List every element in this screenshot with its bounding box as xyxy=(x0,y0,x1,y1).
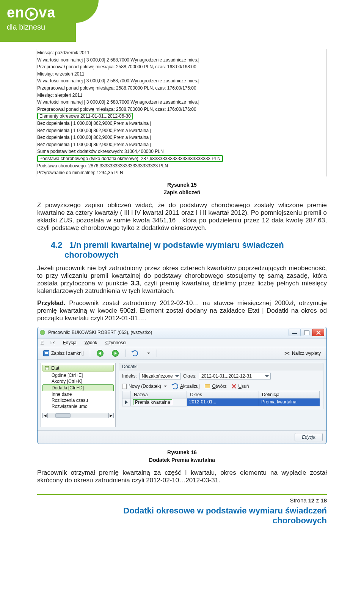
minimize-button[interactable] xyxy=(289,329,301,336)
maximize-button[interactable] xyxy=(300,329,312,336)
scroll-thumb[interactable] xyxy=(55,413,71,418)
play-icon xyxy=(25,8,38,20)
window-screenshot: Pracownik: BUKOWSKI ROBERT (063), (wszys… xyxy=(37,327,327,444)
menu-edit[interactable]: Edycja xyxy=(63,340,77,345)
p2-ref: 3.3 xyxy=(131,280,140,287)
refresh-list-button[interactable]: Aktualizuj xyxy=(172,383,199,389)
dropdown-button[interactable] xyxy=(144,351,153,355)
refresh-label: Aktualizuj xyxy=(180,384,199,389)
new-button-label: Nowy (Dodatek) xyxy=(129,384,161,389)
computation-log: Miesiąc: październik 2011 W wartości nom… xyxy=(37,49,327,176)
log-edge xyxy=(36,49,37,176)
page-label: Strona xyxy=(290,497,308,504)
save-icon xyxy=(43,350,49,356)
scroll-track[interactable] xyxy=(48,413,108,418)
open-label: Otwórz xyxy=(212,384,226,389)
log-line: W wartości nominalnej | 3 000,00| 2 588,… xyxy=(37,99,323,106)
refresh-button[interactable] xyxy=(129,349,141,357)
grid-row[interactable]: Premia kwartalna 2012-01-01... Premia kw… xyxy=(122,398,320,406)
log-line: Przepracował ponad połowę miesiąca: 2588… xyxy=(37,85,323,92)
figure16-title: Dodatek Premia kwartalna xyxy=(37,457,327,463)
index-select[interactable]: Niezakończone xyxy=(139,373,181,379)
index-label: Indeks: xyxy=(122,373,137,379)
new-button[interactable]: Nowy (Dodatek) xyxy=(122,384,167,389)
tree-scrollbar[interactable]: ◄ ► xyxy=(42,412,114,418)
menu-file[interactable]: Plik xyxy=(41,340,55,345)
section-number: 4.2 xyxy=(51,240,63,250)
menu-actions[interactable]: Czynności xyxy=(105,340,126,345)
grid-header-period[interactable]: Okres xyxy=(187,391,259,398)
nav-back-button[interactable] xyxy=(94,349,106,358)
scroll-right-icon[interactable]: ► xyxy=(108,413,114,418)
log-line: Suma podstaw bez dodatków okresowych: 31… xyxy=(37,148,323,155)
details-panel: Dodatki Indeks: Niezakończone Okres: 201… xyxy=(119,363,323,427)
list-toolbar: Nowy (Dodatek) Aktualizuj Otwórz Usuń xyxy=(122,382,320,391)
period-label: Okres: xyxy=(183,373,196,379)
close-button[interactable] xyxy=(312,329,324,336)
log-line: Bez dopełnienia | 1 000,00| 862,9000|Pre… xyxy=(37,141,323,148)
grid-header-pointer xyxy=(122,391,131,398)
paragraph-3: Przykład. Pracownik został zatrudniony 2… xyxy=(37,299,327,322)
section-heading-4-2: 4.21/n premii kwartalnej w podstawie wym… xyxy=(51,240,327,260)
window-icon xyxy=(40,330,45,335)
doc-title: Dodatki okresowe w podstawie wymiaru świ… xyxy=(37,506,327,526)
brand-banner: enva dla biznesu xyxy=(0,0,364,42)
grid-header-name[interactable]: Nazwa xyxy=(131,391,187,398)
p3-body: Pracownik został zatrudniony 2012-02-10…… xyxy=(37,299,327,322)
calc-payrolls-button[interactable]: Nalicz wypłaty xyxy=(281,349,323,357)
grid-header: Nazwa Okres Definicja xyxy=(122,391,320,398)
log-line: Przepracował ponad połowę miesiąca: 2588… xyxy=(37,106,323,113)
grid-header-definition[interactable]: Definicja xyxy=(259,391,320,398)
open-button[interactable]: Otwórz xyxy=(205,384,226,389)
delete-button[interactable]: Usuń xyxy=(232,384,249,389)
row-name: Premia kwartalna xyxy=(133,399,172,405)
log-highlight-periodic: Elementy okresowe 2011-01-01...2012-06-3… xyxy=(37,113,323,120)
scroll-left-icon[interactable]: ◄ xyxy=(42,413,48,418)
save-and-close-button[interactable]: Zapisz i zamknij xyxy=(41,349,86,357)
tree-item-ogolne[interactable]: Ogólne [Ctrl+E] xyxy=(42,372,114,378)
delete-icon xyxy=(232,384,236,389)
tree-item-inne-dane[interactable]: Inne dane xyxy=(42,391,114,397)
tree-root-etat[interactable]: Etat xyxy=(42,365,114,372)
logo-right: va xyxy=(39,5,55,20)
p3-label: Przykład. xyxy=(37,299,66,307)
page-current: 12 xyxy=(308,497,315,504)
log-line: W wartości nominalnej | 3 000,00| 2 588,… xyxy=(37,77,323,85)
period-select[interactable]: 2012-01-01...2012-12-31 xyxy=(199,373,271,379)
refresh-icon xyxy=(132,350,138,356)
footer-rule xyxy=(37,494,327,495)
collapse-icon[interactable] xyxy=(45,366,49,370)
window-titlebar[interactable]: Pracownik: BUKOWSKI ROBERT (063), (wszys… xyxy=(38,327,326,339)
filter-row: Indeks: Niezakończone Okres: 2012-01-01.… xyxy=(122,373,320,379)
page-number: Strona 12 z 18 xyxy=(37,497,327,504)
arrow-right-icon xyxy=(112,350,119,357)
figure15-title: Zapis obliczeń xyxy=(37,189,327,195)
tree-item-akordy[interactable]: Akordy [Ctrl+K] xyxy=(42,378,114,384)
tree-item-dodatki[interactable]: Dodatki [Ctrl+D] xyxy=(42,384,114,391)
window-buttons xyxy=(289,329,324,336)
refresh-icon xyxy=(172,383,178,389)
arrow-left-icon xyxy=(97,350,104,357)
tree-item-rozliczenia[interactable]: Rozliczenia czasu xyxy=(42,397,114,403)
log-line: Miesiąc: sierpień 2011 xyxy=(37,92,323,99)
figure15-number: Rysunek 15 xyxy=(37,182,327,188)
save-and-close-label: Zapisz i zamknij xyxy=(51,351,83,356)
log-line-base: Podstawa chorobowego (tylko dodatki okre… xyxy=(37,155,223,162)
log-line: Bez dopełnienia | 1 000,00| 862,9000|Pre… xyxy=(37,127,323,134)
panel-title: Dodatki xyxy=(119,363,323,370)
log-highlight-base: Podstawa chorobowego (tylko dodatki okre… xyxy=(37,155,323,162)
period-select-value: 2012-01-01...2012-12-31 xyxy=(201,373,252,379)
log-line: Bez dopełnienia | 1 000,00| 862,9000|Pre… xyxy=(37,120,323,127)
log-line: Miesiąc: wrzesień 2011 xyxy=(37,71,323,78)
chevron-down-icon xyxy=(147,353,150,354)
tree-item-rozwiazanie[interactable]: Rozwiązanie umo xyxy=(42,403,114,409)
menu-view[interactable]: Widok xyxy=(85,340,97,345)
tree-panel: Etat Ogólne [Ctrl+E] Akordy [Ctrl+K] Dod… xyxy=(41,363,116,427)
delete-label: Usuń xyxy=(238,384,249,389)
nav-forward-button[interactable] xyxy=(109,349,121,358)
edit-button[interactable]: Edycja xyxy=(295,433,323,441)
brand-box: enva dla biznesu xyxy=(0,0,76,42)
row-period-cell: 2012-01-01... xyxy=(187,398,259,406)
row-name-cell: Premia kwartalna xyxy=(131,398,187,406)
figure16-number: Rysunek 16 xyxy=(37,449,327,455)
